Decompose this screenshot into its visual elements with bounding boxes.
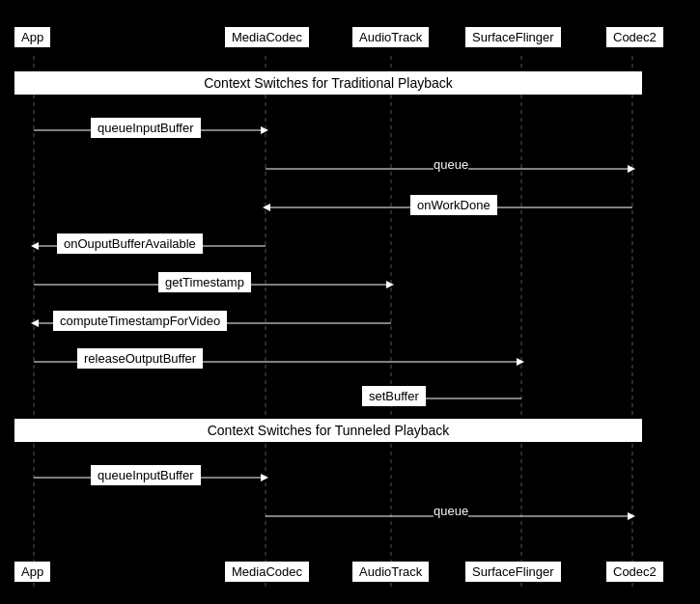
- call-onworkdone: onWorkDone: [410, 195, 497, 215]
- call-queue-2: queue: [434, 504, 468, 518]
- actor-mediacodec-top: MediaCodec: [225, 27, 309, 47]
- call-onouputbufferavailable: onOuputBufferAvailable: [57, 233, 203, 254]
- section-traditional: Context Switches for Traditional Playbac…: [14, 71, 642, 95]
- svg-marker-15: [263, 204, 270, 211]
- svg-marker-27: [261, 474, 268, 481]
- call-queue-1: queue: [434, 157, 468, 172]
- svg-marker-11: [261, 126, 268, 134]
- call-queueinputbuffer-2: queueInputBuffer: [91, 465, 201, 485]
- svg-marker-19: [386, 281, 394, 288]
- actor-audiotrack-bot: AudioTrack: [352, 562, 429, 582]
- section-tunneled: Context Switches for Tunneled Playback: [14, 419, 642, 442]
- svg-marker-29: [628, 512, 635, 520]
- svg-marker-13: [628, 165, 635, 173]
- actor-app-bot: App: [14, 562, 50, 582]
- svg-marker-21: [31, 319, 39, 327]
- actor-app-top: App: [14, 27, 50, 47]
- actor-codec2-top: Codec2: [606, 27, 663, 47]
- call-queueinputbuffer-1: queueInputBuffer: [91, 118, 201, 138]
- call-releaseoutputbuffer: releaseOutputBuffer: [77, 348, 203, 369]
- actor-surfaceflinger-bot: SurfaceFlinger: [465, 562, 561, 582]
- actor-audiotrack-top: AudioTrack: [352, 27, 429, 47]
- svg-marker-17: [31, 242, 39, 250]
- actor-surfaceflinger-top: SurfaceFlinger: [465, 27, 561, 47]
- actor-mediacodec-bot: MediaCodec: [225, 562, 309, 582]
- call-computetimestampforvideo: computeTimestampForVideo: [53, 311, 227, 331]
- diagram: App MediaCodec AudioTrack SurfaceFlinger…: [0, 0, 700, 604]
- call-gettimestamp: getTimestamp: [158, 272, 251, 292]
- svg-marker-23: [517, 358, 524, 366]
- call-setbuffer: setBuffer: [362, 386, 426, 406]
- actor-codec2-bot: Codec2: [606, 562, 663, 582]
